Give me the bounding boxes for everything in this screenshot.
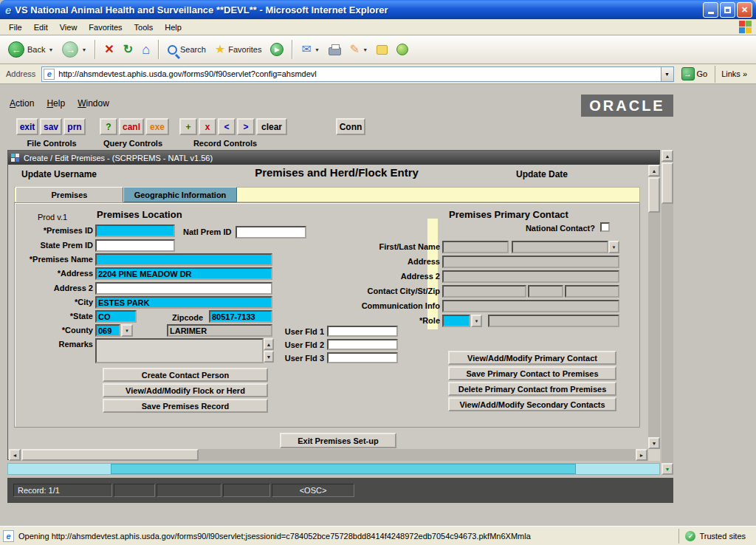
exit-premises-setup-button[interactable]: Exit Premises Set-up bbox=[280, 433, 396, 448]
form-hscroll-left-button[interactable]: ◄ bbox=[9, 449, 21, 461]
last-name-field[interactable] bbox=[512, 241, 608, 253]
minimize-button[interactable] bbox=[703, 2, 718, 18]
contact-city-field[interactable] bbox=[442, 285, 526, 298]
print-button[interactable] bbox=[325, 38, 345, 62]
menu-edit[interactable]: Edit bbox=[28, 20, 54, 35]
zipcode-input[interactable] bbox=[209, 310, 272, 323]
county-dropdown-button[interactable]: ▼ bbox=[121, 324, 133, 337]
form-vscroll-up-button[interactable]: ▲ bbox=[648, 165, 660, 176]
window-title: VS National Animal Health and Surveillan… bbox=[15, 4, 388, 16]
maximize-button[interactable] bbox=[720, 2, 735, 18]
window-titlebar[interactable]: e VS National Animal Health and Surveill… bbox=[0, 0, 756, 19]
conn-button[interactable]: Conn bbox=[336, 118, 365, 135]
insert-record-button[interactable]: + bbox=[179, 118, 197, 135]
applet-menu-action[interactable]: Action bbox=[4, 96, 39, 111]
menu-view[interactable]: View bbox=[54, 20, 83, 35]
applet-menu-window[interactable]: Window bbox=[72, 96, 114, 111]
address-dropdown-icon[interactable]: ▼ bbox=[661, 67, 673, 81]
user-fld2-input[interactable] bbox=[327, 339, 398, 350]
view-primary-contact-button[interactable]: View/Add/Modify Primary Contact bbox=[448, 351, 616, 365]
premises-name-input[interactable] bbox=[95, 253, 272, 266]
state-prem-id-input[interactable] bbox=[95, 239, 175, 252]
premises-window-titlebar[interactable]: Create / Edit Premises - (SCRPREMS - NAT… bbox=[8, 151, 659, 165]
applet-vscroll-down-button[interactable]: ▼ bbox=[662, 463, 673, 475]
applet-vscroll-thumb[interactable] bbox=[662, 162, 673, 204]
back-dropdown-icon[interactable]: ▼ bbox=[48, 47, 53, 52]
menu-help[interactable]: Help bbox=[159, 20, 188, 35]
refresh-button[interactable]: ↻ bbox=[120, 38, 137, 62]
delete-primary-contact-button[interactable]: Delete Primary Contact from Premises bbox=[448, 382, 616, 396]
exit-button[interactable]: exit bbox=[16, 118, 38, 135]
view-secondary-contacts-button[interactable]: View/Add/Modify Secondary Contacts bbox=[448, 397, 616, 411]
county-code-input[interactable] bbox=[95, 324, 120, 337]
menu-file[interactable]: File bbox=[3, 20, 28, 35]
tab-geographic-information[interactable]: Geographic Information bbox=[123, 187, 237, 202]
security-zone[interactable]: ✓ Trusted sites bbox=[678, 529, 753, 544]
windows-logo-icon bbox=[739, 21, 752, 33]
national-contact-checkbox[interactable] bbox=[600, 222, 610, 232]
form-hscroll-thumb[interactable] bbox=[21, 449, 199, 461]
menu-tools[interactable]: Tools bbox=[128, 20, 159, 35]
create-contact-person-button[interactable]: Create Contact Person bbox=[103, 368, 268, 382]
tab-premises[interactable]: Premises bbox=[16, 187, 123, 202]
save-primary-contact-button[interactable]: Save Primary Contact to Premises bbox=[448, 366, 616, 380]
applet-menu-help[interactable]: Help bbox=[41, 96, 70, 111]
previous-record-button[interactable]: < bbox=[218, 118, 236, 135]
cancel-query-button[interactable]: canl bbox=[119, 118, 144, 135]
discuss-button[interactable] bbox=[373, 38, 391, 62]
home-button[interactable]: ⌂ bbox=[138, 38, 154, 62]
address-input[interactable] bbox=[41, 66, 673, 82]
browser-window: e VS National Animal Health and Surveill… bbox=[0, 0, 756, 545]
messenger-button[interactable] bbox=[393, 38, 412, 62]
search-button[interactable]: Search bbox=[164, 38, 210, 62]
city-input[interactable] bbox=[95, 296, 272, 309]
role-dropdown-button[interactable]: ▼ bbox=[471, 315, 482, 327]
stop-button[interactable]: ✕ bbox=[100, 38, 117, 62]
execute-query-button[interactable]: exe bbox=[145, 118, 169, 135]
applet-hscroll-thumb[interactable] bbox=[111, 464, 576, 474]
address2-input[interactable] bbox=[95, 282, 272, 295]
menu-favorites[interactable]: Favorites bbox=[83, 20, 128, 35]
name-dropdown-button[interactable]: ▼ bbox=[608, 241, 619, 253]
contact-state-field[interactable] bbox=[528, 285, 563, 298]
close-button[interactable]: ✕ bbox=[737, 2, 752, 18]
form-hscroll-right-button[interactable]: ► bbox=[636, 449, 647, 461]
communication-info-field[interactable] bbox=[442, 300, 619, 312]
view-flock-herd-button[interactable]: View/Add/Modify Flock or Herd bbox=[103, 383, 268, 397]
applet-vscroll-up-button[interactable]: ▲ bbox=[662, 150, 673, 162]
forward-dropdown-icon[interactable]: ▼ bbox=[81, 47, 86, 52]
state-input[interactable] bbox=[95, 310, 137, 323]
save-button[interactable]: sav bbox=[40, 118, 62, 135]
print-form-button[interactable]: prn bbox=[63, 118, 86, 135]
back-button[interactable]: ← Back ▼ bbox=[4, 38, 57, 62]
mail-dropdown-icon[interactable]: ▼ bbox=[315, 47, 320, 52]
edit-button[interactable]: ✎ ▼ bbox=[346, 38, 371, 62]
first-name-field[interactable] bbox=[442, 241, 509, 253]
enter-query-button[interactable]: ? bbox=[100, 118, 117, 135]
address-input[interactable] bbox=[95, 267, 272, 280]
form-vscroll-thumb[interactable] bbox=[648, 177, 660, 213]
forward-button[interactable]: → ▼ bbox=[58, 38, 90, 62]
favorites-button[interactable]: ★ Favorites bbox=[211, 38, 266, 62]
go-button[interactable]: → Go bbox=[677, 66, 712, 83]
remarks-input[interactable] bbox=[95, 338, 264, 363]
edit-dropdown-icon[interactable]: ▼ bbox=[362, 47, 368, 52]
mail-button[interactable]: ✉ ▼ bbox=[298, 38, 323, 62]
user-fld1-input[interactable] bbox=[327, 326, 398, 337]
media-button[interactable]: ▶ bbox=[267, 38, 287, 62]
delete-record-button[interactable]: x bbox=[199, 118, 216, 135]
user-fld3-input[interactable] bbox=[327, 352, 398, 363]
premises-id-input[interactable] bbox=[95, 224, 175, 237]
role-input[interactable] bbox=[442, 315, 470, 327]
form-vscroll-down-button[interactable]: ▼ bbox=[648, 437, 660, 449]
toolbar-separator bbox=[94, 40, 96, 59]
clear-button[interactable]: clear bbox=[256, 118, 287, 135]
links-button[interactable]: Links » bbox=[715, 66, 753, 83]
contact-zip-field[interactable] bbox=[565, 285, 619, 298]
contact-address2-field[interactable] bbox=[442, 270, 619, 283]
contact-address-field[interactable] bbox=[442, 256, 619, 268]
next-record-button[interactable]: > bbox=[237, 118, 255, 135]
premises-name-label: *Premises Name bbox=[23, 255, 93, 264]
natl-prem-id-input[interactable] bbox=[236, 226, 306, 239]
save-premises-record-button[interactable]: Save Premises Record bbox=[103, 399, 268, 413]
